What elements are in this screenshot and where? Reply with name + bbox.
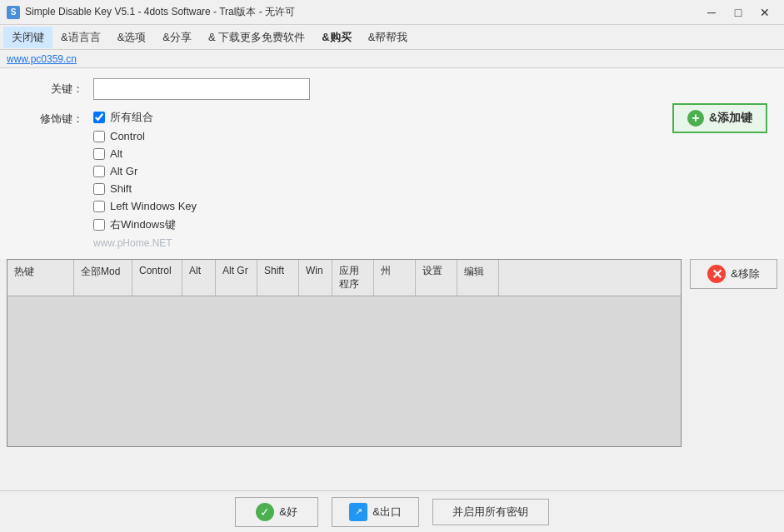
checkbox-control-input[interactable] <box>93 131 105 142</box>
remove-area: ✕ &移除 <box>690 259 777 289</box>
ok-label: &好 <box>279 505 297 520</box>
col-state: 州 <box>374 260 416 296</box>
col-shift: Shift <box>257 260 299 296</box>
remove-button[interactable]: ✕ &移除 <box>690 259 777 289</box>
add-key-button[interactable]: + &添加键 <box>672 103 767 133</box>
checkbox-lwin-input[interactable] <box>93 201 105 212</box>
watermark-text: www.pHome.NET <box>93 237 606 249</box>
content-area: 关键： 修饰键： 所有组合 Control <box>0 68 784 532</box>
checkbox-altgr-label[interactable]: Alt Gr <box>110 165 137 177</box>
key-label: 关键： <box>17 82 83 97</box>
window-controls: ─ □ ✕ <box>699 3 777 22</box>
close-button[interactable]: ✕ <box>752 3 777 22</box>
checkbox-rwin-input[interactable] <box>93 219 105 231</box>
checkbox-shift-label[interactable]: Shift <box>110 182 132 195</box>
titlebar: S Simple Disable Key V5.1 - 4dots Softwa… <box>0 0 784 25</box>
modifier-checkboxes: 所有组合 Control Alt Alt Gr <box>93 110 197 232</box>
checkbox-rwin-label[interactable]: 右Windows键 <box>110 217 176 232</box>
menu-item-help[interactable]: &帮帮我 <box>360 27 417 48</box>
minimize-button[interactable]: ─ <box>699 3 724 22</box>
col-app: 应用程序 <box>332 260 374 296</box>
col-hotkey: 热键 <box>7 260 74 296</box>
menu-item-language[interactable]: &语言言 <box>52 27 109 48</box>
checkbox-alt: Alt <box>93 147 197 160</box>
menu-item-buy[interactable]: &购买 <box>313 27 359 48</box>
remove-icon: ✕ <box>707 265 726 283</box>
menu-item-keys[interactable]: 关闭键 <box>3 27 52 48</box>
export-icon: ↗ <box>349 503 367 521</box>
col-settings: 设置 <box>416 260 457 296</box>
window-title: Simple Disable Key V5.1 - 4dots Software… <box>25 5 699 19</box>
col-control: Control <box>132 260 182 296</box>
checkbox-all-input[interactable] <box>93 112 105 123</box>
checkbox-control-label[interactable]: Control <box>110 130 145 142</box>
modifier-label: 修饰键： <box>17 110 83 127</box>
maximize-button[interactable]: □ <box>726 3 751 22</box>
checkbox-altgr-input[interactable] <box>93 166 105 177</box>
website-link[interactable]: www.pc0359.cn <box>7 53 77 65</box>
add-key-label: &添加键 <box>709 111 752 126</box>
menu-item-download[interactable]: & 下载更多免费软件 <box>200 27 313 48</box>
col-alt: Alt <box>182 260 216 296</box>
checkbox-control: Control <box>93 130 197 142</box>
checkbox-lwin: Left Windows Key <box>93 200 197 212</box>
table-header: 热键 全部Mod Control Alt Alt Gr Shift Win 应用… <box>7 260 681 296</box>
col-altgr: Alt Gr <box>216 260 257 296</box>
checkbox-lwin-label[interactable]: Left Windows Key <box>110 200 197 212</box>
checkbox-rwin: 右Windows键 <box>93 217 197 232</box>
table-body <box>7 296 681 446</box>
key-input[interactable] <box>93 78 310 100</box>
enable-all-label: 并启用所有密钥 <box>452 505 528 520</box>
menu-item-share[interactable]: &分享 <box>154 27 200 48</box>
remove-label: &移除 <box>731 266 760 281</box>
checkbox-shift-input[interactable] <box>93 183 105 195</box>
form-left: 关键： 修饰键： 所有组合 Control <box>17 78 606 249</box>
checkbox-shift: Shift <box>93 182 197 195</box>
bottom-bar: ✓ &好 ↗ &出口 并启用所有密钥 <box>0 490 784 532</box>
ok-button[interactable]: ✓ &好 <box>235 497 318 527</box>
col-edit: 编辑 <box>457 260 499 296</box>
form-area: 关键： 修饰键： 所有组合 Control <box>0 68 784 259</box>
key-row: 关键： <box>17 78 606 100</box>
enable-all-button[interactable]: 并启用所有密钥 <box>432 499 549 525</box>
websitebar: www.pc0359.cn <box>0 50 784 68</box>
app-icon: S <box>7 6 20 19</box>
menu-item-options[interactable]: &选项 <box>109 27 155 48</box>
checkbox-alt-input[interactable] <box>93 148 105 160</box>
export-label: &出口 <box>372 505 402 520</box>
checkbox-alt-label[interactable]: Alt <box>110 147 122 160</box>
col-win: Win <box>299 260 332 296</box>
ok-icon: ✓ <box>256 503 274 521</box>
menubar: 关闭键 &语言言 &选项 &分享 & 下载更多免费软件 &购买 &帮帮我 <box>0 25 784 50</box>
col-allmod: 全部Mod <box>74 260 132 296</box>
hotkey-table: 热键 全部Mod Control Alt Alt Gr Shift Win 应用… <box>7 259 682 447</box>
checkbox-all: 所有组合 <box>93 110 197 125</box>
form-right: + &添加键 <box>622 78 767 249</box>
export-button[interactable]: ↗ &出口 <box>332 497 419 527</box>
checkbox-altgr: Alt Gr <box>93 165 197 177</box>
modifier-row: 修饰键： 所有组合 Control Alt <box>17 110 606 232</box>
checkbox-all-label[interactable]: 所有组合 <box>110 110 153 125</box>
add-key-icon: + <box>687 110 704 127</box>
